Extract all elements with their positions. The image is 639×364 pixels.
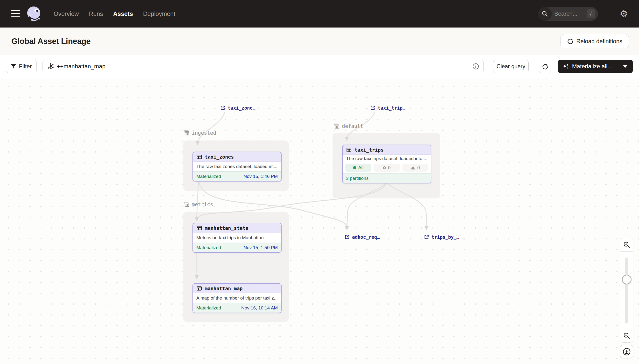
lineage-canvas[interactable]: ingested default metrics taxi_zone… <box>0 78 639 364</box>
materialization-timestamp[interactable]: Nov 16, 10:14 AM <box>241 305 278 311</box>
asset-node-description: Metrics on taxi trips in Manhattan <box>193 233 281 242</box>
dagster-logo[interactable] <box>26 5 43 22</box>
asset-node-footer: 3 partitions <box>343 173 431 183</box>
refresh-graph-button[interactable] <box>539 60 551 73</box>
partition-pill-failed[interactable]: 0 <box>402 164 428 172</box>
zoom-slider-track[interactable] <box>625 258 628 324</box>
top-nav: Overview Runs Assets Deployment / ⚙ <box>0 0 639 28</box>
zoom-slider[interactable] <box>620 251 633 329</box>
table-group-icon <box>183 201 190 208</box>
external-link-icon <box>220 105 226 110</box>
zoom-slider-handle[interactable] <box>622 275 631 284</box>
external-link-icon <box>424 234 429 240</box>
status-badge: Materialized <box>196 174 221 179</box>
materialization-timestamp[interactable]: Nov 15, 1:50 PM <box>243 245 278 250</box>
group-label-ingested[interactable]: ingested <box>183 130 216 136</box>
partition-pill-missing[interactable]: 0 <box>374 164 400 172</box>
external-link-icon <box>344 234 350 240</box>
search-bar[interactable]: / <box>538 7 598 21</box>
funnel-icon <box>11 64 17 69</box>
group-label-default[interactable]: default <box>333 123 363 130</box>
nav-item-overview[interactable]: Overview <box>54 10 79 18</box>
chevron-down-icon <box>623 65 627 68</box>
graph-selector-icon <box>47 63 54 70</box>
asset-node-header: taxi_zones <box>193 152 281 162</box>
table-icon <box>346 147 352 153</box>
page-header: Global Asset Lineage Reload definitions <box>0 28 639 55</box>
asset-node-description: The raw taxi trips dataset, loaded into … <box>343 155 431 163</box>
partition-pill-all[interactable]: All <box>345 164 371 172</box>
missing-ring-icon <box>383 166 386 169</box>
partition-health-pills: All 0 0 <box>343 163 431 173</box>
group-label-metrics[interactable]: metrics <box>183 201 213 208</box>
asset-node-footer: Materialized Nov 15, 1:46 PM <box>193 172 281 181</box>
download-icon <box>622 348 631 356</box>
lineage-toolbar: Filter Clear query <box>0 55 639 78</box>
external-asset-link-taxi-trip[interactable]: taxi_trip… <box>370 105 405 110</box>
info-icon[interactable] <box>472 63 479 70</box>
table-icon <box>196 286 202 291</box>
external-asset-link-adhoc-req[interactable]: adhoc_req… <box>344 234 380 240</box>
download-view-button[interactable] <box>620 345 633 358</box>
failed-triangle-icon <box>411 166 415 170</box>
asset-node-header: manhattan_map <box>193 284 281 293</box>
zoom-out-icon <box>623 332 630 340</box>
search-icon <box>538 7 552 21</box>
nav-links: Overview Runs Assets Deployment <box>54 10 175 18</box>
table-icon <box>196 154 202 160</box>
asset-node-manhattan-stats[interactable]: manhattan_stats Metrics on taxi trips in… <box>193 223 282 253</box>
materialize-all-split-button: Materialize all... <box>558 60 633 73</box>
filter-button[interactable]: Filter <box>6 60 37 73</box>
materialize-options-button[interactable] <box>617 60 633 73</box>
external-asset-link-taxi-zone[interactable]: taxi_zone… <box>220 105 255 110</box>
partitions-count[interactable]: 3 partitions <box>346 176 369 181</box>
asset-node-footer: Materialized Nov 15, 1:50 PM <box>193 242 281 252</box>
asset-node-taxi-zones[interactable]: taxi_zones The raw taxi zones dataset, l… <box>193 152 282 182</box>
external-link-icon <box>370 105 376 110</box>
asset-node-header: taxi_trips <box>343 145 431 155</box>
clear-query-button[interactable]: Clear query <box>493 60 529 73</box>
lineage-edges <box>0 78 639 364</box>
asset-node-footer: Materialized Nov 16, 10:14 AM <box>193 303 281 312</box>
table-group-icon <box>333 123 340 130</box>
page-title: Global Asset Lineage <box>11 37 91 46</box>
table-group-icon <box>183 130 190 136</box>
nav-item-deployment[interactable]: Deployment <box>143 10 175 18</box>
asset-query-box[interactable] <box>43 60 484 73</box>
refresh-icon <box>542 63 548 70</box>
search-input[interactable] <box>552 10 587 17</box>
asset-node-taxi-trips[interactable]: taxi_trips The raw taxi trips dataset, l… <box>342 144 431 184</box>
menu-icon[interactable] <box>11 10 20 18</box>
reload-definitions-button[interactable]: Reload definitions <box>560 34 629 48</box>
nav-item-runs[interactable]: Runs <box>89 10 103 18</box>
asset-node-manhattan-map[interactable]: manhattan_map A map of the number of tri… <box>193 283 282 313</box>
search-shortcut-badge: / <box>587 9 595 18</box>
asset-node-header: manhattan_stats <box>193 223 281 233</box>
status-badge: Materialized <box>196 245 221 250</box>
materialize-all-button[interactable]: Materialize all... <box>558 60 617 73</box>
zoom-in-button[interactable] <box>620 238 633 251</box>
status-badge: Materialized <box>196 305 221 311</box>
sparkle-icon <box>562 63 569 70</box>
refresh-icon <box>567 38 573 44</box>
materialized-dot-icon <box>353 166 356 169</box>
materialization-timestamp[interactable]: Nov 15, 1:46 PM <box>243 174 278 179</box>
zoom-out-button[interactable] <box>620 329 633 342</box>
zoom-in-icon <box>623 241 630 248</box>
asset-query-input[interactable] <box>54 63 472 70</box>
external-asset-link-trips-by[interactable]: trips_by_… <box>424 234 459 240</box>
asset-node-description: The raw taxi zones dataset, loaded int..… <box>193 162 281 172</box>
asset-node-description: A map of the number of trips per taxi z.… <box>193 293 281 303</box>
table-icon <box>196 225 202 231</box>
settings-gear-icon[interactable]: ⚙ <box>620 9 628 18</box>
zoom-controls <box>620 238 633 342</box>
nav-item-assets[interactable]: Assets <box>113 10 133 18</box>
